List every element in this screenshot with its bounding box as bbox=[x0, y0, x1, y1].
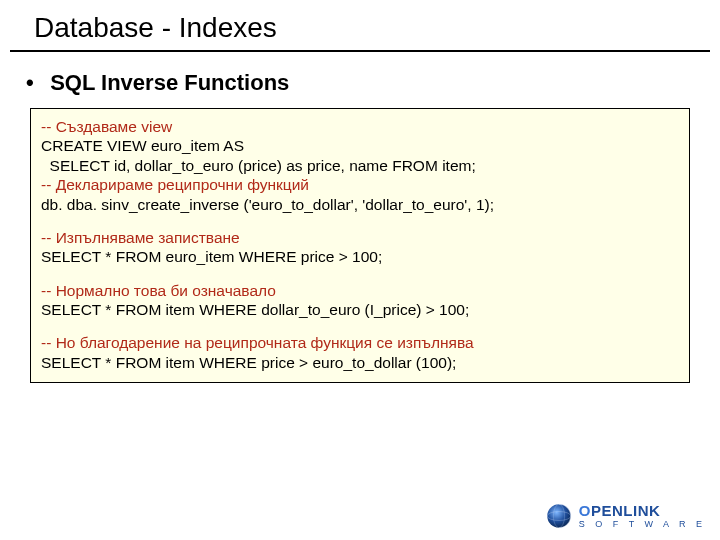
code-line: SELECT id, dollar_to_euro (price) as pri… bbox=[41, 156, 679, 175]
logo-rest: PENLINK bbox=[591, 502, 660, 519]
code-block: -- Създаваме view CREATE VIEW euro_item … bbox=[30, 108, 690, 383]
code-line: SELECT * FROM item WHERE dollar_to_euro … bbox=[41, 300, 679, 319]
logo-name: OPENLINK bbox=[579, 503, 706, 518]
code-line: CREATE VIEW euro_item AS bbox=[41, 136, 679, 155]
logo-o: O bbox=[579, 502, 591, 519]
code-comment: -- Нормално това би означавало bbox=[41, 281, 679, 300]
slide: Database - Indexes • SQL Inverse Functio… bbox=[0, 0, 720, 540]
logo-subtitle: S O F T W A R E bbox=[579, 519, 706, 529]
code-line: SELECT * FROM euro_item WHERE price > 10… bbox=[41, 247, 679, 266]
bullet-dot: • bbox=[26, 70, 44, 96]
slide-title: Database - Indexes bbox=[0, 0, 720, 50]
subtitle-text: SQL Inverse Functions bbox=[50, 70, 289, 95]
footer-logo: OPENLINK S O F T W A R E bbox=[545, 502, 706, 530]
code-line: db. dba. sinv_create_inverse ('euro_to_d… bbox=[41, 195, 679, 214]
openlink-icon bbox=[545, 502, 573, 530]
code-comment: -- Създаваме view bbox=[41, 117, 679, 136]
code-comment: -- Декларираме реципрочни функций bbox=[41, 175, 679, 194]
subtitle-row: • SQL Inverse Functions bbox=[0, 52, 720, 104]
code-comment: -- Изпълняваме запистване bbox=[41, 228, 679, 247]
logo-text-block: OPENLINK S O F T W A R E bbox=[579, 503, 706, 529]
code-comment: -- Но благодарение на реципрочната функц… bbox=[41, 333, 679, 352]
code-line: SELECT * FROM item WHERE price > euro_to… bbox=[41, 353, 679, 372]
